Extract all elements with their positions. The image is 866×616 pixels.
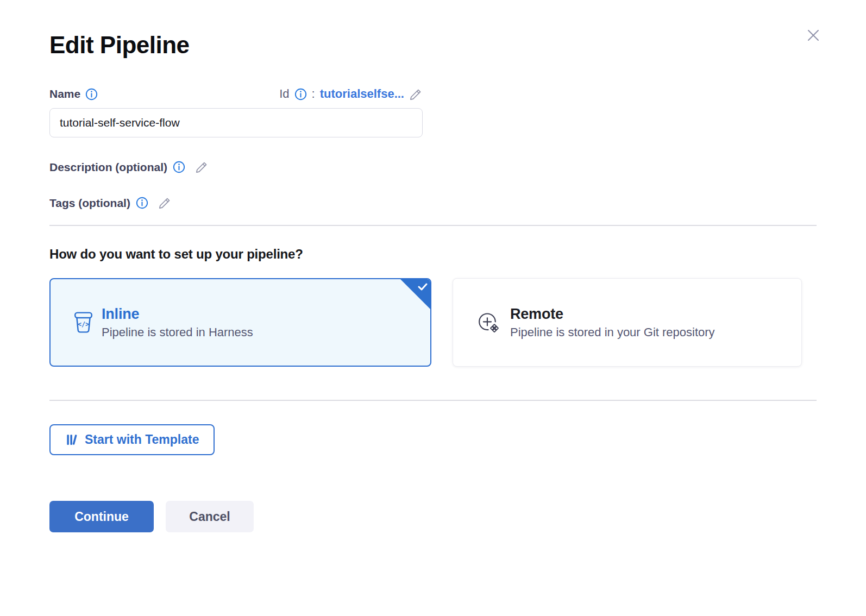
tags-info-icon[interactable] bbox=[136, 197, 148, 209]
template-library-icon bbox=[65, 433, 79, 447]
option-desc-inline: Pipeline is stored in Harness bbox=[102, 325, 253, 340]
divider bbox=[49, 400, 817, 401]
edit-id-button[interactable] bbox=[409, 87, 423, 101]
edit-pipeline-modal: Edit Pipeline Name Id : tut bbox=[0, 0, 866, 616]
name-id-row: Name Id : tutorialselfse... bbox=[49, 87, 423, 101]
setup-question: How do you want to set up your pipeline? bbox=[49, 247, 817, 262]
description-info-icon[interactable] bbox=[173, 161, 185, 173]
tags-label: Tags (optional) bbox=[49, 197, 130, 210]
option-title-remote: Remote bbox=[510, 306, 715, 323]
selected-check-badge bbox=[400, 279, 431, 310]
pencil-icon bbox=[409, 87, 423, 101]
close-icon bbox=[804, 26, 823, 45]
remote-git-icon bbox=[477, 310, 501, 335]
divider bbox=[49, 225, 817, 226]
inline-repo-icon: </> bbox=[73, 311, 93, 334]
pencil-icon bbox=[195, 160, 209, 174]
svg-text:</>: </> bbox=[78, 320, 89, 328]
start-with-template-label: Start with Template bbox=[85, 432, 199, 447]
pipeline-name-input[interactable] bbox=[49, 108, 423, 137]
option-title-inline: Inline bbox=[102, 306, 253, 323]
id-separator: : bbox=[312, 87, 315, 101]
cancel-button[interactable]: Cancel bbox=[166, 501, 254, 532]
close-button[interactable] bbox=[803, 25, 824, 46]
edit-tags-button[interactable] bbox=[158, 196, 172, 210]
edit-description-button[interactable] bbox=[195, 160, 209, 174]
continue-button[interactable]: Continue bbox=[49, 501, 154, 532]
id-label: Id bbox=[279, 87, 289, 101]
option-card-inline[interactable]: </> Inline Pipeline is stored in Harness bbox=[49, 278, 431, 367]
name-label: Name bbox=[49, 87, 80, 100]
id-info-icon[interactable] bbox=[294, 88, 307, 100]
start-with-template-button[interactable]: Start with Template bbox=[49, 424, 215, 455]
tags-row: Tags (optional) bbox=[49, 196, 817, 210]
description-row: Description (optional) bbox=[49, 160, 817, 174]
description-label: Description (optional) bbox=[49, 161, 167, 174]
pipeline-id-link[interactable]: tutorialselfse... bbox=[320, 87, 404, 101]
option-card-remote[interactable]: Remote Pipeline is stored in your Git re… bbox=[453, 278, 802, 367]
storage-options: </> Inline Pipeline is stored in Harness bbox=[49, 278, 817, 367]
page-title: Edit Pipeline bbox=[49, 0, 817, 59]
name-info-icon[interactable] bbox=[85, 88, 98, 100]
actions-row: Continue Cancel bbox=[49, 501, 817, 532]
pencil-icon bbox=[158, 196, 172, 210]
option-desc-remote: Pipeline is stored in your Git repositor… bbox=[510, 325, 715, 340]
